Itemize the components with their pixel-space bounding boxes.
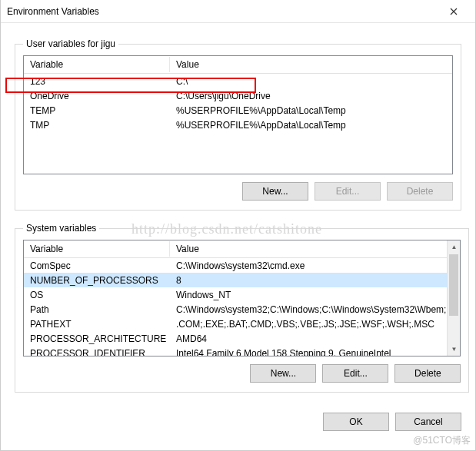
- cancel-button[interactable]: Cancel: [395, 413, 461, 431]
- table-row[interactable]: TMP %USERPROFILE%\AppData\Local\Temp: [24, 118, 452, 132]
- sys-new-button[interactable]: New...: [250, 364, 316, 383]
- user-vars-list[interactable]: Variable Value 123 C:\ OneDrive C:\Users…: [23, 55, 453, 174]
- system-vars-legend: System variables: [23, 223, 99, 234]
- scroll-thumb[interactable]: [449, 254, 458, 316]
- sys-delete-button[interactable]: Delete: [394, 364, 461, 383]
- table-row[interactable]: OneDrive C:\Users\jigu\OneDrive: [24, 88, 452, 103]
- table-row[interactable]: PATHEXT .COM;.EXE;.BAT;.CMD;.VBS;.VBE;.J…: [24, 317, 460, 331]
- titlebar[interactable]: Environment Variables: [1, 0, 475, 23]
- list-header[interactable]: Variable Value: [24, 56, 452, 74]
- sys-edit-button[interactable]: Edit...: [322, 364, 388, 383]
- scrollbar[interactable]: ▲ ▼: [447, 240, 460, 356]
- col-variable[interactable]: Variable: [24, 241, 170, 257]
- table-row[interactable]: PROCESSOR_IDENTIFIER Intel64 Family 6 Mo…: [24, 346, 460, 356]
- table-row[interactable]: PROCESSOR_ARCHITECTURE AMD64: [24, 331, 460, 346]
- col-value[interactable]: Value: [170, 241, 460, 257]
- user-vars-legend: User variables for jigu: [23, 38, 118, 49]
- close-icon: [450, 8, 458, 15]
- col-variable[interactable]: Variable: [24, 57, 170, 72]
- table-row[interactable]: OS Windows_NT: [24, 287, 460, 302]
- list-header[interactable]: Variable Value: [24, 240, 460, 258]
- user-new-button[interactable]: New...: [242, 182, 308, 201]
- user-edit-button[interactable]: Edit...: [315, 182, 381, 201]
- table-row[interactable]: NUMBER_OF_PROCESSORS 8: [24, 273, 460, 287]
- close-button[interactable]: [438, 1, 469, 22]
- ok-button[interactable]: OK: [323, 413, 389, 431]
- dialog-title: Environment Variables: [7, 6, 438, 17]
- table-row[interactable]: Path C:\Windows\system32;C:\Windows;C:\W…: [24, 302, 460, 317]
- table-row[interactable]: 123 C:\: [24, 74, 452, 88]
- system-vars-list[interactable]: Variable Value ComSpec C:\Windows\system…: [23, 240, 461, 356]
- corner-watermark: @51CTO博客: [413, 434, 471, 447]
- scroll-up-icon[interactable]: ▲: [448, 240, 460, 254]
- system-vars-group: System variables Variable Value ComSpec …: [15, 223, 469, 393]
- env-vars-dialog: Environment Variables User variables for…: [0, 0, 476, 451]
- col-value[interactable]: Value: [170, 57, 452, 72]
- user-delete-button[interactable]: Delete: [387, 182, 453, 201]
- table-row[interactable]: ComSpec C:\Windows\system32\cmd.exe: [24, 258, 460, 273]
- scroll-down-icon[interactable]: ▼: [448, 343, 460, 356]
- user-vars-group: User variables for jigu Variable Value 1…: [15, 38, 461, 211]
- table-row[interactable]: TEMP %USERPROFILE%\AppData\Local\Temp: [24, 103, 452, 118]
